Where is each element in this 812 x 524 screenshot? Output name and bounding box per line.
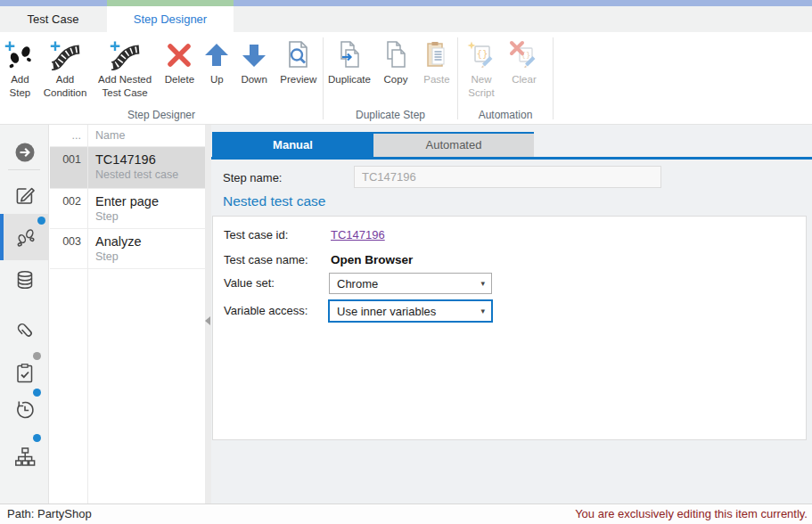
splitter-collapse-icon[interactable] [205,316,210,325]
sidebar-item-data[interactable] [0,265,49,297]
tasks-icon [13,362,37,385]
add-condition-button[interactable]: Add Condition [40,37,90,99]
add-step-icon [4,39,36,71]
application-window: Test Case Step Designer [0,0,812,524]
step-list: ... Name 001 TC147196 Nested test case 0… [50,125,205,504]
tab-automated[interactable]: Automated [373,134,534,157]
column-divider [87,125,88,504]
variable-access-label: Variable access: [224,304,308,317]
tab-test-case[interactable]: Test Case [0,6,106,32]
hierarchy-icon [13,446,37,469]
delete-button[interactable]: Delete [160,37,200,86]
ribbon: Add Step Add Condition [0,32,812,125]
ribbon-group-label: Duplicate Step [324,109,457,121]
step-type: Step [95,250,205,265]
copy-icon [380,39,412,71]
edit-icon [13,184,37,207]
active-indicator-bar [0,214,4,260]
step-name-label: Step name: [223,171,283,184]
step-number: 001 [50,147,87,188]
add-step-button[interactable]: Add Step [0,37,40,99]
history-icon [13,398,37,422]
new-script-icon: {} [465,39,497,71]
step-title: Analyze [95,233,205,250]
sidebar-divider [8,169,40,170]
ribbon-group-label: Step Designer [0,109,323,121]
preview-icon [283,39,315,71]
paste-button: Paste [416,37,457,86]
step-type: Step [95,210,205,225]
steps-notification-badge [37,217,45,225]
clear-script-icon: {} [508,39,540,71]
ribbon-group-automation: {} New Script {} [458,32,553,124]
chevron-down-icon: ▾ [480,307,491,315]
steps-icon [14,225,37,249]
sidebar-item-tasks[interactable] [0,358,49,390]
delete-icon [163,39,195,71]
value-set-selected: Chrome [337,277,378,291]
duplicate-button[interactable]: Duplicate [324,37,375,86]
main-panel: Manual Automated Step name: Nested test … [211,125,812,504]
step-type: Nested test case [95,168,205,183]
sidebar-item-hierarchy[interactable] [0,442,49,474]
ribbon-separator [553,37,554,119]
test-case-name-label: Test case name: [224,253,308,266]
step-title: TC147196 [95,151,205,168]
test-case-id-link[interactable]: TC147196 [331,228,385,242]
new-script-button: {} New Script [458,37,504,99]
add-nested-test-case-icon [109,39,141,71]
sidebar-item-navigate[interactable] [0,137,49,169]
database-icon [13,268,37,291]
copy-button[interactable]: Copy [375,37,416,86]
name-column-header: Name [87,125,125,146]
clear-script-button: {} Clear [504,37,544,86]
add-condition-icon [49,39,81,71]
step-title: Enter page [95,192,205,210]
variable-access-selected: Use inner variables [337,305,436,318]
up-arrow-icon [201,39,233,71]
test-case-id-label: Test case id: [224,228,288,242]
window-tab-bar: Test Case Step Designer [0,6,812,32]
tab-underline [211,157,812,160]
nested-test-case-groupbox: Test case id: TC147196 Test case name: O… [212,216,807,440]
ribbon-group-step-designer: Add Step Add Condition [0,32,323,124]
chevron-down-icon: ▾ [480,279,491,288]
sidebar-item-edit[interactable] [0,180,49,212]
test-case-name-value: Open Browser [331,253,413,266]
value-set-label: Value set: [224,276,275,290]
active-tab-accent [107,0,234,6]
variable-access-dropdown[interactable]: Use inner variables ▾ [328,299,493,323]
step-row-001[interactable]: 001 TC147196 Nested test case [50,147,205,189]
attachment-icon [13,320,37,343]
sidebar-item-history[interactable] [0,395,49,427]
section-title: Nested test case [223,193,325,209]
add-nested-test-case-button[interactable]: Add Nested Test Case [90,37,160,99]
step-row-002[interactable]: 002 Enter page Step [50,189,205,229]
down-button[interactable]: Down [234,37,275,86]
tab-manual[interactable]: Manual [212,134,373,157]
svg-text:{}: {} [476,48,488,60]
ribbon-group-label: Automation [458,109,553,121]
navigate-icon [13,141,37,164]
step-row-003[interactable]: 003 Analyze Step [50,229,205,269]
status-bar: Path: PartyShop You are exclusively edit… [0,504,812,524]
step-number: 002 [50,189,87,228]
ribbon-group-duplicate-step: Duplicate Copy [324,32,457,124]
down-arrow-icon [238,39,270,71]
panel-splitter[interactable] [205,125,211,504]
tab-step-designer[interactable]: Step Designer [107,6,234,32]
path-label: Path: PartyShop [7,507,92,520]
exclusive-edit-message: You are exclusively editing this item cu… [575,507,808,520]
sidebar-item-attachments[interactable] [0,316,49,348]
sidebar-item-steps[interactable] [0,214,49,260]
detail-tab-bar: Manual Automated [212,132,534,157]
step-list-header: ... Name [50,125,205,147]
paste-icon [421,39,453,71]
up-button[interactable]: Up [200,37,234,86]
step-name-input[interactable] [354,166,661,188]
options-column-header: ... [50,125,87,146]
value-set-dropdown[interactable]: Chrome ▾ [329,273,492,294]
hierarchy-notification-badge [33,434,41,442]
preview-button[interactable]: Preview [275,37,324,86]
step-number: 003 [50,229,87,268]
